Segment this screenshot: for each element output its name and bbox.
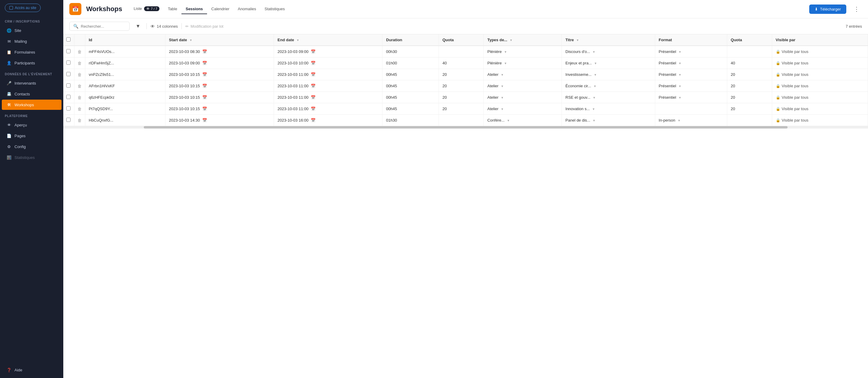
contact-icon: 📇 [7, 92, 11, 96]
cell-duration: 00h45 [382, 80, 439, 92]
row-delete-cell[interactable]: 🗑 [74, 80, 85, 92]
header-checkbox-col [63, 34, 74, 46]
select-all-checkbox[interactable] [66, 37, 70, 41]
delete-icon[interactable]: 🗑 [78, 84, 82, 89]
delete-icon[interactable]: 🗑 [78, 61, 82, 66]
filter-button[interactable]: ▼ [133, 21, 143, 31]
dropdown-icon[interactable]: ▼ [678, 73, 681, 76]
sidebar-item-aide-label: Aide [14, 368, 22, 372]
dropdown-icon[interactable]: ▼ [594, 62, 597, 65]
row-checkbox[interactable] [66, 72, 70, 76]
dropdown-icon[interactable]: ▼ [501, 96, 504, 99]
cell-visible-par: 🔒 Visible par tous [772, 115, 868, 126]
cell-duration: 00h45 [382, 103, 439, 115]
row-checkbox[interactable] [66, 118, 70, 122]
row-delete-cell[interactable]: 🗑 [74, 92, 85, 103]
dropdown-icon[interactable]: ▼ [592, 50, 595, 54]
dropdown-icon[interactable]: ▼ [504, 50, 507, 54]
sidebar-item-formulaires[interactable]: 📋 Formulaires [2, 47, 61, 57]
workshop-icon: 🛠 [7, 102, 11, 107]
sidebar-item-aide[interactable]: ❓ Aide [2, 365, 61, 375]
row-delete-cell[interactable]: 🗑 [74, 46, 85, 58]
sidebar-item-mailing[interactable]: ✉ Mailing [2, 36, 61, 46]
dropdown-icon[interactable]: ▼ [504, 62, 507, 65]
sidebar-item-contacts[interactable]: 📇 Contacts [2, 89, 61, 99]
tab-calendrier[interactable]: Calendrier [207, 4, 234, 14]
cell-visible-par: 🔒 Visible par tous [772, 58, 868, 69]
row-checkbox-cell [63, 58, 74, 69]
dropdown-icon[interactable]: ▼ [678, 119, 681, 122]
dropdown-icon[interactable]: ▼ [592, 119, 595, 122]
dropdown-icon[interactable]: ▼ [594, 73, 597, 76]
tab-liste[interactable]: Liste 👁 7 / 7 [129, 4, 164, 14]
toolbar: 🔍 ▼ 👁 14 colonnes ✏ Modification par lot… [63, 19, 868, 34]
cell-types-de: Atelier ▼ [484, 80, 561, 92]
sidebar-item-config[interactable]: ⚙ Config [2, 141, 61, 152]
delete-icon[interactable]: 🗑 [78, 107, 82, 111]
dropdown-icon[interactable]: ▼ [678, 50, 681, 54]
row-checkbox[interactable] [66, 49, 70, 53]
dropdown-icon[interactable]: ▼ [501, 107, 504, 111]
search-box[interactable]: 🔍 [69, 22, 130, 31]
dropdown-icon[interactable]: ▼ [678, 84, 681, 88]
cell-duration: 01h30 [382, 115, 439, 126]
table-row: 🗑 vnPZcZ9s51... 2023-10-03 10:15 📅 2023-… [63, 69, 868, 80]
sidebar-item-site[interactable]: 🌐 Site [2, 25, 61, 36]
row-checkbox-cell [63, 103, 74, 115]
calendar-icon: 📅 [202, 61, 207, 65]
dropdown-icon[interactable]: ▼ [507, 119, 510, 122]
tab-table[interactable]: Table [164, 4, 181, 14]
search-icon: 🔍 [73, 24, 79, 29]
sidebar-item-participants[interactable]: 👤 Participants [2, 58, 61, 68]
tab-statistiques[interactable]: Statistiques [260, 4, 289, 14]
cell-types-de: Plénière ▼ [484, 58, 561, 69]
row-delete-cell[interactable]: 🗑 [74, 115, 85, 126]
batch-edit-button[interactable]: ✏ Modification par lot [185, 24, 223, 29]
cell-quota: 40 [438, 58, 484, 69]
row-checkbox-cell [63, 80, 74, 92]
dropdown-icon[interactable]: ▼ [678, 62, 681, 65]
cell-titre: Enjeux et pra... ▼ [562, 58, 655, 69]
row-checkbox[interactable] [66, 61, 70, 65]
sidebar-item-intervenants[interactable]: 🎤 Intervenants [2, 78, 61, 88]
sidebar: Accès au site CRM / INSCRIPTIONS 🌐 Site … [0, 0, 63, 378]
horizontal-scrollbar[interactable] [63, 126, 868, 129]
table-row: 🗑 Pt7qQSD9Y... 2023-10-03 10:15 📅 2023-1… [63, 103, 868, 115]
more-options-button[interactable]: ⋮ [851, 4, 862, 14]
sidebar-item-pages[interactable]: 📄 Pages [2, 131, 61, 141]
cell-titre: Panel de dis... ▼ [562, 115, 655, 126]
row-checkbox[interactable] [66, 95, 70, 99]
sidebar-item-config-label: Config [14, 144, 26, 149]
download-button[interactable]: ⬇ Télécharger [809, 4, 846, 14]
dropdown-icon[interactable]: ▼ [593, 84, 596, 88]
delete-icon[interactable]: 🗑 [78, 72, 82, 77]
tab-sessions[interactable]: Sessions [181, 4, 207, 14]
delete-icon[interactable]: 🗑 [78, 118, 82, 123]
dropdown-icon[interactable]: ▼ [501, 84, 504, 88]
header-delete-col [74, 34, 85, 46]
calendar-icon: 📅 [202, 72, 207, 77]
dropdown-icon[interactable]: ▼ [592, 107, 595, 111]
sidebar-item-workshops-label: Workshops [14, 103, 34, 107]
calendar-icon: 📅 [202, 95, 207, 100]
access-site-button[interactable]: Accès au site [5, 4, 41, 12]
table-row: 🗑 AFrbn1HiVxKF 2023-10-03 10:15 📅 2023-1… [63, 80, 868, 92]
sidebar-item-apercu[interactable]: 👁 Aperçu [2, 120, 61, 130]
page-icon: 📄 [7, 133, 11, 138]
delete-icon[interactable]: 🗑 [78, 49, 82, 54]
row-delete-cell[interactable]: 🗑 [74, 103, 85, 115]
dropdown-icon[interactable]: ▼ [501, 73, 504, 76]
row-delete-cell[interactable]: 🗑 [74, 69, 85, 80]
row-checkbox-cell [63, 46, 74, 58]
dropdown-icon[interactable]: ▼ [593, 96, 596, 99]
row-checkbox[interactable] [66, 106, 70, 110]
search-input[interactable] [81, 24, 123, 29]
sidebar-item-workshops[interactable]: 🛠 Workshops [2, 100, 61, 110]
delete-icon[interactable]: 🗑 [78, 95, 82, 100]
dropdown-icon[interactable]: ▼ [678, 96, 681, 99]
columns-button[interactable]: 👁 14 colonnes [150, 24, 178, 29]
row-checkbox[interactable] [66, 83, 70, 88]
cell-start-date: 2023-10-03 10:15 📅 [165, 92, 274, 103]
tab-anomalies[interactable]: Anomalies [234, 4, 260, 14]
row-delete-cell[interactable]: 🗑 [74, 58, 85, 69]
